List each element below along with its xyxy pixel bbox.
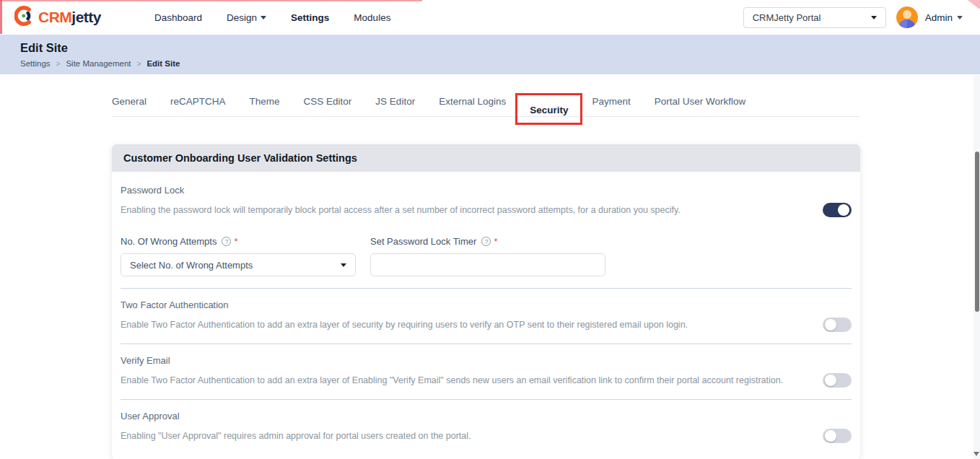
breadcrumb-separator: >	[137, 60, 141, 68]
vertical-scrollbar-track[interactable]	[974, 75, 980, 459]
top-navigation-bar: CRMjetty Dashboard Design Settings Modul…	[0, 0, 980, 35]
setting-description: Enable Two Factor Authentication to add …	[121, 320, 823, 330]
breadcrumb: Settings > Site Management > Edit Site	[20, 59, 980, 68]
chevron-down-icon	[261, 16, 266, 19]
page-title: Edit Site	[20, 41, 980, 55]
tab-external-logins[interactable]: External Logins	[439, 92, 506, 116]
tab-payment[interactable]: Payment	[592, 92, 630, 116]
crmjetty-logo-icon	[14, 6, 35, 29]
nav-item-design[interactable]: Design	[227, 12, 266, 23]
tab-js-editor[interactable]: JS Editor	[375, 92, 415, 116]
user-name: Admin	[925, 12, 953, 23]
breadcrumb-edit-site: Edit Site	[146, 59, 180, 68]
required-asterisk: *	[494, 236, 497, 247]
chevron-down-icon	[871, 16, 877, 19]
lock-timer-input-wrap	[370, 253, 605, 276]
divider	[121, 399, 852, 400]
field-lock-timer: Set Password Lock Timer ? *	[370, 236, 605, 276]
breadcrumb-separator: >	[56, 60, 61, 68]
setting-row-verify-email: Verify Email Enable Two Factor Authentic…	[121, 355, 852, 388]
annotation-left-line	[0, 0, 2, 34]
user-avatar[interactable]	[896, 6, 918, 28]
wrong-attempts-select[interactable]: Select No. of Wrong Attempts	[121, 253, 356, 276]
breadcrumb-settings[interactable]: Settings	[20, 59, 51, 68]
breadcrumb-site-management[interactable]: Site Management	[66, 59, 131, 68]
user-approval-toggle[interactable]	[823, 429, 852, 443]
setting-label: Two Factor Authentication	[121, 300, 852, 310]
tab-general[interactable]: General	[112, 92, 146, 116]
portal-select-dropdown[interactable]: CRMJetty Portal	[743, 7, 886, 28]
setting-row-two-factor: Two Factor Authentication Enable Two Fac…	[121, 300, 852, 332]
site-settings-tabs: General reCAPTCHA Theme CSS Editor JS Ed…	[112, 92, 860, 117]
crmjetty-logo[interactable]: CRMjetty	[14, 6, 101, 29]
field-label: Set Password Lock Timer ? *	[370, 236, 605, 247]
select-placeholder: Select No. of Wrong Attempts	[130, 260, 253, 271]
setting-row-password-lock: Password Lock Enabling the password lock…	[121, 185, 852, 217]
setting-row-user-approval: User Approval Enabling "User Approval" r…	[121, 411, 852, 443]
tab-portal-user-workflow[interactable]: Portal User Workflow	[655, 92, 746, 116]
portal-select-value: CRMJetty Portal	[753, 12, 821, 23]
nav-item-settings[interactable]: Settings	[291, 12, 329, 23]
password-lock-toggle[interactable]	[823, 203, 852, 217]
toggle-knob	[825, 430, 836, 442]
help-icon[interactable]: ?	[222, 237, 231, 246]
scrollbar-down-arrow[interactable]	[974, 452, 979, 456]
vertical-scrollbar-thumb[interactable]	[975, 152, 979, 312]
chevron-down-icon	[341, 263, 346, 267]
chevron-down-icon	[957, 16, 963, 19]
security-settings-card: Customer Onboarding User Validation Sett…	[112, 144, 860, 459]
field-wrong-attempts: No. Of Wrong Attempts ? * Select No. of …	[121, 236, 356, 276]
tab-security[interactable]: Security	[530, 100, 568, 125]
card-title: Customer Onboarding User Validation Sett…	[123, 152, 357, 164]
nav-item-modules[interactable]: Modules	[354, 12, 390, 23]
page-header: Edit Site Settings > Site Management > E…	[0, 35, 980, 74]
setting-description: Enabling the password lock will temporar…	[121, 205, 823, 215]
annotation-top-line	[0, 0, 422, 1]
avatar-person-icon	[903, 10, 911, 19]
field-label: No. Of Wrong Attempts ? *	[121, 236, 356, 247]
user-menu[interactable]: Admin	[925, 12, 963, 23]
tab-security-wrapper: Security	[530, 103, 568, 116]
setting-description: Enabling "User Approval" requires admin …	[121, 431, 823, 441]
divider	[121, 344, 852, 344]
lock-timer-input[interactable]	[380, 260, 596, 271]
app-window: CRMjetty Dashboard Design Settings Modul…	[0, 0, 980, 459]
nav-item-dashboard[interactable]: Dashboard	[154, 12, 202, 23]
avatar-person-body	[898, 19, 916, 28]
tab-recaptcha[interactable]: reCAPTCHA	[170, 92, 226, 116]
password-lock-fields: No. Of Wrong Attempts ? * Select No. of …	[121, 236, 852, 276]
card-header: Customer Onboarding User Validation Sett…	[112, 144, 860, 172]
help-icon[interactable]: ?	[481, 237, 491, 246]
divider	[121, 288, 852, 289]
verify-email-toggle[interactable]	[823, 373, 852, 388]
required-asterisk: *	[234, 236, 237, 247]
setting-label: Verify Email	[121, 355, 852, 366]
main-nav: Dashboard Design Settings Modules	[154, 12, 390, 23]
card-body: Password Lock Enabling the password lock…	[112, 172, 860, 459]
two-factor-toggle[interactable]	[823, 318, 852, 332]
logo-wordmark: CRMjetty	[38, 9, 101, 26]
tab-theme[interactable]: Theme	[250, 92, 280, 116]
toggle-knob	[825, 319, 836, 331]
setting-label: Password Lock	[121, 185, 852, 196]
toggle-knob	[838, 204, 849, 216]
setting-description: Enable Two Factor Authentication to add …	[121, 375, 823, 385]
tab-css-editor[interactable]: CSS Editor	[304, 92, 352, 116]
toggle-knob	[825, 375, 836, 386]
setting-label: User Approval	[121, 411, 852, 421]
